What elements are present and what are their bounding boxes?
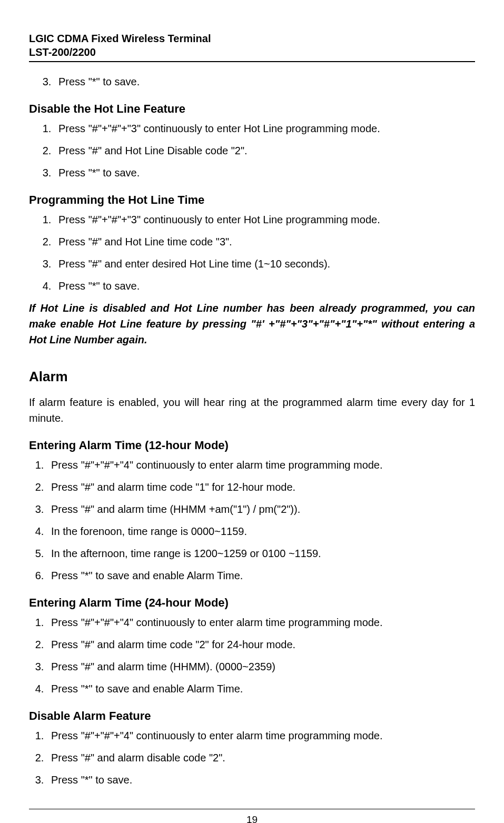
- header-line-2: LST-200/2200: [29, 45, 475, 59]
- prev-section-list: Press "*" to save.: [29, 74, 475, 90]
- section-heading-alarm-12h: Entering Alarm Time (12-hour Mode): [29, 437, 475, 454]
- list-item: Press "#" and alarm time code "1" for 12…: [47, 479, 475, 495]
- list-item: Press "*" to save.: [47, 772, 475, 788]
- section-heading-alarm-24h: Entering Alarm Time (24-hour Mode): [29, 594, 475, 611]
- section-heading-disable-hotline: Disable the Hot Line Feature: [29, 100, 475, 117]
- alarm-intro: If alarm feature is enabled, you will he…: [29, 394, 475, 426]
- header-line-1: LGIC CDMA Fixed Wireless Terminal: [29, 32, 475, 45]
- list-item: Press "#" and alarm time (HHMM +am("1") …: [47, 501, 475, 517]
- list-item: In the forenoon, time range is 0000~1159…: [47, 523, 475, 539]
- list-item: Press "*" to save and enable Alarm Time.: [47, 681, 475, 697]
- section-heading-alarm: Alarm: [29, 366, 475, 387]
- list-item: Press "#"+"#"+"4" continuously to enter …: [47, 728, 475, 743]
- list-item: In the afternoon, time range is 1200~125…: [47, 546, 475, 561]
- alarm-24h-list: Press "#"+"#"+"4" continuously to enter …: [29, 614, 475, 697]
- list-item: Press "*" to save.: [54, 74, 475, 90]
- footer-rule: [29, 809, 475, 809]
- section-heading-disable-alarm: Disable Alarm Feature: [29, 707, 475, 725]
- section-heading-program-hotline-time: Programming the Hot Line Time: [29, 191, 475, 209]
- list-item: Press "*" to save and enable Alarm Time.: [47, 568, 475, 583]
- list-item: Press "#"+"#"+"4" continuously to enter …: [47, 457, 475, 473]
- list-item: Press "#"+"#"+"4" continuously to enter …: [47, 614, 475, 630]
- list-item: Press "#" and alarm time (HHMM). (0000~2…: [47, 659, 475, 675]
- document-header: LGIC CDMA Fixed Wireless Terminal LST-20…: [29, 32, 475, 59]
- list-item: Press "#" and Hot Line time code "3".: [54, 234, 475, 250]
- list-item: Press "*" to save.: [54, 165, 475, 181]
- page-number: 19: [29, 812, 475, 823]
- list-item: Press "#" and alarm time code "2" for 24…: [47, 637, 475, 652]
- list-item: Press "*" to save.: [54, 278, 475, 294]
- hotline-note: If Hot Line is disabled and Hot Line num…: [29, 300, 475, 348]
- list-item: Press "#" and enter desired Hot Line tim…: [54, 256, 475, 272]
- list-item: Press "#" and Hot Line Disable code "2".: [54, 143, 475, 158]
- disable-alarm-list: Press "#"+"#"+"4" continuously to enter …: [29, 728, 475, 788]
- list-item: Press "#"+"#"+"3" continuously to enter …: [54, 212, 475, 227]
- program-hotline-time-list: Press "#"+"#"+"3" continuously to enter …: [29, 212, 475, 294]
- disable-hotline-list: Press "#"+"#"+"3" continuously to enter …: [29, 121, 475, 181]
- header-rule: [29, 61, 475, 62]
- list-item: Press "#"+"#"+"3" continuously to enter …: [54, 121, 475, 136]
- list-item: Press "#" and alarm disable code "2".: [47, 750, 475, 766]
- alarm-12h-list: Press "#"+"#"+"4" continuously to enter …: [29, 457, 475, 583]
